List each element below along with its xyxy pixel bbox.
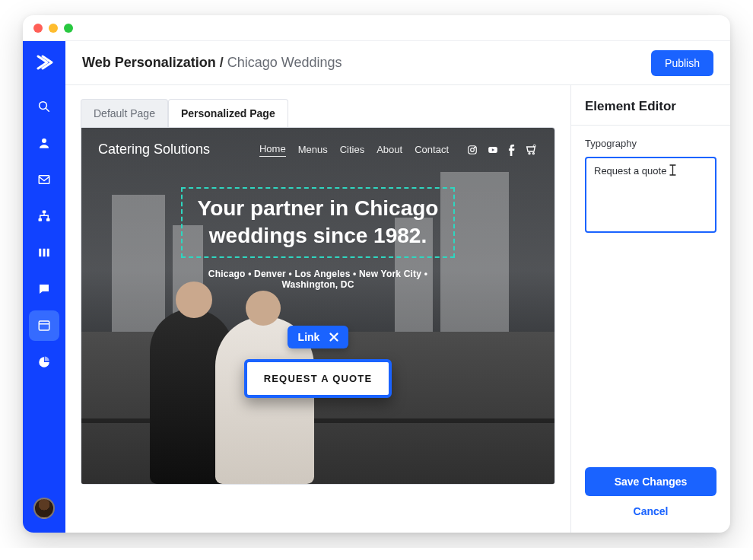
save-changes-button[interactable]: Save Changes xyxy=(585,467,716,496)
headline-selected[interactable]: Your partner in Chicago weddings since 1… xyxy=(181,187,456,258)
link-toolbar-label: Link xyxy=(298,331,320,343)
nav-search[interactable] xyxy=(29,91,59,122)
headline-line1: Your partner in Chicago xyxy=(198,196,439,220)
text-cursor-icon xyxy=(669,164,677,176)
search-icon xyxy=(37,100,51,113)
user-avatar[interactable] xyxy=(33,498,55,519)
nav-reports[interactable] xyxy=(29,347,59,377)
site-nav-about[interactable]: About xyxy=(376,144,402,155)
tabs: Default Page Personalized Page xyxy=(81,99,555,127)
svg-rect-10 xyxy=(39,321,49,330)
nav-deals[interactable] xyxy=(29,237,59,268)
person-icon xyxy=(37,136,51,150)
chat-icon xyxy=(37,282,51,296)
window-icon xyxy=(37,319,51,332)
page-header: Web Personalization / Chicago Weddings P… xyxy=(65,41,730,85)
columns-icon xyxy=(37,246,51,259)
nav-automations[interactable] xyxy=(29,201,59,231)
breadcrumb-root: Web Personalization xyxy=(82,55,216,70)
svg-rect-6 xyxy=(46,218,50,221)
cities-list: Chicago • Denver • Los Angeles • New Yor… xyxy=(208,269,427,290)
site-nav-menus[interactable]: Menus xyxy=(298,144,328,155)
sitemap-icon xyxy=(37,209,51,223)
svg-point-0 xyxy=(40,102,47,110)
background-scene xyxy=(81,128,554,484)
svg-rect-4 xyxy=(43,211,46,214)
typography-input[interactable]: Request a quote xyxy=(585,157,716,233)
app-window: Web Personalization / Chicago Weddings P… xyxy=(23,15,730,533)
instagram-icon[interactable] xyxy=(467,145,478,155)
svg-rect-5 xyxy=(39,218,43,221)
svg-point-13 xyxy=(471,148,475,151)
site-nav: Home Menus Cities About Contact xyxy=(259,143,538,157)
nav-mail[interactable] xyxy=(29,164,59,195)
headline-line2: weddings since 1982. xyxy=(209,224,427,247)
svg-point-14 xyxy=(475,147,475,148)
site-nav-cities[interactable]: Cities xyxy=(340,144,365,155)
svg-rect-9 xyxy=(47,249,49,257)
publish-button[interactable]: Publish xyxy=(651,50,713,76)
piechart-icon xyxy=(37,355,51,369)
close-icon[interactable] xyxy=(327,330,341,344)
svg-rect-8 xyxy=(43,249,46,257)
window-zoom-dot[interactable] xyxy=(64,24,73,33)
cart-icon[interactable] xyxy=(524,144,538,156)
cta-button[interactable]: REQUEST A QUOTE xyxy=(244,359,392,398)
tab-default-page[interactable]: Default Page xyxy=(81,99,168,127)
site-nav-contact[interactable]: Contact xyxy=(415,144,449,155)
mac-titlebar xyxy=(23,15,730,41)
site-brand: Catering Solutions xyxy=(98,142,210,158)
svg-line-1 xyxy=(46,108,49,112)
window-close-dot[interactable] xyxy=(33,24,43,33)
svg-point-18 xyxy=(533,145,535,147)
site-nav-home[interactable]: Home xyxy=(259,143,286,157)
youtube-icon[interactable] xyxy=(487,145,499,155)
svg-point-2 xyxy=(42,138,46,143)
typography-input-value: Request a quote xyxy=(594,165,666,177)
svg-rect-3 xyxy=(39,176,49,184)
breadcrumb: Web Personalization / Chicago Weddings xyxy=(82,55,342,71)
svg-point-16 xyxy=(529,152,530,154)
typography-label: Typography xyxy=(585,138,716,149)
svg-rect-7 xyxy=(39,249,41,257)
tab-personalized-page[interactable]: Personalized Page xyxy=(168,99,288,127)
facebook-icon[interactable] xyxy=(508,144,515,156)
window-minimize-dot[interactable] xyxy=(49,24,58,33)
app-logo xyxy=(33,52,55,73)
nav-site[interactable] xyxy=(29,310,59,341)
cancel-button[interactable]: Cancel xyxy=(585,505,716,517)
link-toolbar[interactable]: Link xyxy=(288,326,349,348)
mail-icon xyxy=(37,173,51,186)
left-nav xyxy=(23,41,65,533)
svg-point-17 xyxy=(532,152,534,154)
nav-conversations[interactable] xyxy=(29,274,59,304)
element-editor-panel: Element Editor Typography Request a quot… xyxy=(570,85,730,533)
preview-canvas: Catering Solutions Home Menus Cities Abo… xyxy=(81,127,555,485)
breadcrumb-page: Chicago Weddings xyxy=(227,55,342,70)
nav-contacts[interactable] xyxy=(29,128,59,158)
panel-title: Element Editor xyxy=(585,99,716,114)
